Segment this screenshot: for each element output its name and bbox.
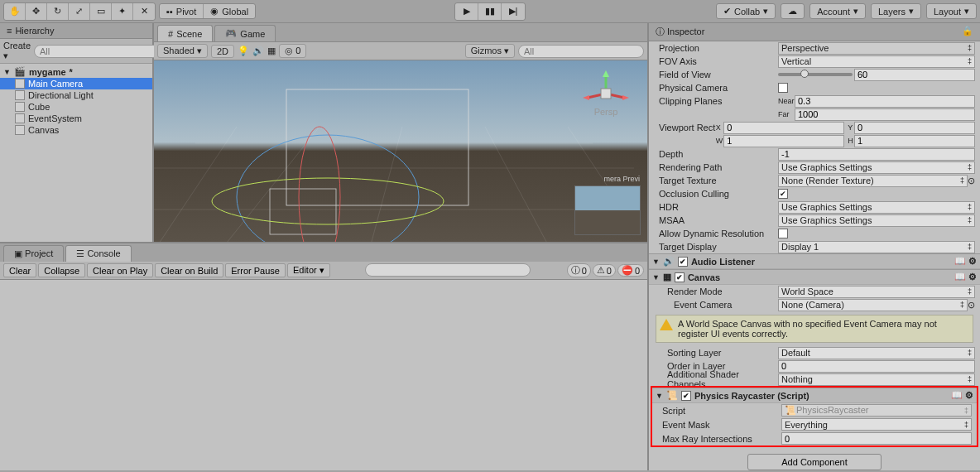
msaa-label: MSAA (654, 215, 778, 225)
target-tex-field[interactable]: None (Render Texture) (778, 175, 968, 187)
clear-build-button[interactable]: Clear on Build (155, 263, 223, 277)
depth-input[interactable] (778, 148, 975, 161)
hdr-dropdown[interactable]: Use Graphics Settings (778, 201, 975, 214)
info-count[interactable]: ⓘ0 (567, 263, 591, 277)
rendering-dropdown[interactable]: Use Graphics Settings (778, 161, 975, 174)
rendering-label: Rendering Path (654, 162, 778, 172)
move-tool[interactable]: ✥ (26, 3, 47, 20)
scene-tab[interactable]: # Scene (157, 25, 213, 41)
near-input[interactable] (795, 95, 975, 108)
hand-tool[interactable]: ✋ (4, 3, 26, 20)
render-mode-dropdown[interactable]: World Space (778, 286, 975, 298)
occlusion-checkbox[interactable]: ✔ (778, 189, 788, 199)
scene-root[interactable]: ▼🎬 mygame* (0, 65, 152, 78)
viewport-label: Viewport Rect (654, 123, 716, 132)
game-tab[interactable]: 🎮 Game (214, 25, 276, 41)
h-input[interactable] (854, 135, 975, 147)
editor-dropdown[interactable]: Editor ▾ (287, 263, 330, 277)
phys-cam-label: Physical Camera (654, 83, 778, 93)
main-toolbar: ✋ ✥ ↻ ⤢ ▭ ✦ ✕ ▪▪ Pivot ◉ Global ▶ ▮▮ ▶| … (0, 0, 980, 23)
svg-line-14 (485, 127, 551, 242)
shader-ch-dropdown[interactable]: Nothing (778, 373, 975, 386)
max-ray-input[interactable] (781, 432, 972, 445)
light-icon[interactable]: 💡 (238, 46, 249, 56)
fov-axis-dropdown[interactable]: Vertical (778, 55, 975, 68)
svg-point-18 (237, 135, 419, 242)
hierarchy-search[interactable] (34, 45, 160, 58)
fov-input[interactable] (854, 69, 975, 81)
far-input[interactable] (795, 108, 975, 121)
hierarchy-item[interactable]: Canvas (0, 124, 152, 136)
phys-cam-checkbox[interactable] (778, 83, 788, 93)
mode-2d[interactable]: 2D (211, 45, 234, 58)
target-disp-dropdown[interactable]: Display 1 (778, 241, 975, 253)
x-input[interactable] (723, 122, 844, 134)
target-tex-label: Target Texture (654, 176, 778, 185)
fx-dropdown[interactable]: ◎ 0 (279, 44, 306, 58)
layout-dropdown[interactable]: Layout ▾ (926, 3, 977, 19)
clear-button[interactable]: Clear (3, 263, 36, 277)
play-button[interactable]: ▶ (455, 3, 478, 20)
hierarchy-tab[interactable]: ≡ Hierarchy (0, 23, 152, 39)
console-search[interactable] (365, 263, 531, 277)
inspector-tab[interactable]: ⓘ Inspector (656, 26, 704, 38)
picker-icon[interactable]: ⊙ (968, 300, 975, 311)
hierarchy-item[interactable]: Cube (0, 101, 152, 113)
clear-play-button[interactable]: Clear on Play (87, 263, 153, 277)
audio-listener-header[interactable]: ▼🔊✔Audio Listener📖 ⚙ (649, 253, 980, 269)
rect-tool[interactable]: ▭ (90, 3, 112, 20)
create-dropdown[interactable]: Create ▾ (3, 41, 31, 61)
gizmos-dropdown[interactable]: Gizmos ▾ (465, 44, 515, 58)
account-dropdown[interactable]: Account ▾ (809, 3, 866, 19)
y-input[interactable] (854, 122, 975, 134)
hierarchy-panel: ≡ Hierarchy Create ▾ ▼🎬 mygame* Main Cam… (0, 23, 154, 242)
sorting-dropdown[interactable]: Default (778, 347, 975, 359)
fov-slider[interactable] (778, 73, 853, 76)
projection-dropdown[interactable]: Perspective (778, 42, 975, 55)
dyn-res-checkbox[interactable] (778, 229, 788, 238)
transform-tool[interactable]: ✦ (112, 3, 133, 20)
shading-dropdown[interactable]: Shaded ▾ (157, 44, 208, 58)
error-pause-button[interactable]: Error Pause (225, 263, 286, 277)
scene-search[interactable] (518, 45, 644, 58)
w-input[interactable] (723, 135, 844, 147)
console-tab[interactable]: ☰ Console (65, 245, 131, 262)
custom-tool[interactable]: ✕ (133, 3, 155, 20)
collapse-button[interactable]: Collapse (38, 263, 85, 277)
picker-icon[interactable]: ⊙ (968, 176, 975, 186)
add-component-button[interactable]: Add Component (747, 454, 882, 470)
clipping-label: Clipping Planes (654, 96, 778, 106)
canvas-header[interactable]: ▼▦✔Canvas📖 ⚙ (649, 269, 980, 285)
event-cam-field[interactable]: None (Camera) (778, 299, 968, 311)
fx-icon[interactable]: ▦ (267, 46, 276, 56)
event-mask-dropdown[interactable]: Everything (781, 418, 972, 431)
projection-label: Projection (654, 43, 778, 53)
error-count[interactable]: ⛔0 (617, 264, 644, 277)
rotate-tool[interactable]: ↻ (47, 3, 69, 20)
warning-box: A World Space Canvas with no specified E… (656, 315, 973, 343)
project-tab[interactable]: ▣ Project (3, 245, 64, 262)
play-controls: ▶ ▮▮ ▶| (454, 2, 526, 21)
cloud-button[interactable]: ☁ (781, 3, 805, 19)
pivot-button[interactable]: ▪▪ Pivot (160, 4, 204, 18)
scene-viewport[interactable]: Persp mera Pr (154, 60, 647, 242)
pause-button[interactable]: ▮▮ (478, 3, 502, 20)
layers-dropdown[interactable]: Layers ▾ (871, 3, 921, 19)
hierarchy-item[interactable]: Main Camera (0, 78, 152, 89)
collab-dropdown[interactable]: ✔ Collab ▾ (716, 3, 776, 19)
scale-tool[interactable]: ⤢ (69, 3, 90, 20)
order-input[interactable] (778, 360, 975, 373)
event-cam-label: Event Camera (654, 300, 778, 310)
right-toolbar: ✔ Collab ▾ ☁ Account ▾ Layers ▾ Layout ▾ (716, 3, 977, 19)
physics-raycaster-header[interactable]: ▼📜✔Physics Raycaster (Script)📖 ⚙ (652, 388, 977, 403)
msaa-dropdown[interactable]: Use Graphics Settings (778, 214, 975, 227)
hierarchy-item[interactable]: Directional Light (0, 89, 152, 101)
step-button[interactable]: ▶| (502, 3, 525, 20)
depth-label: Depth (654, 149, 778, 159)
global-button[interactable]: ◉ Global (204, 4, 255, 18)
highlighted-component: ▼📜✔Physics Raycaster (Script)📖 ⚙ Script📜… (651, 386, 978, 447)
warn-count[interactable]: ⚠0 (593, 264, 616, 277)
hierarchy-item[interactable]: EventSystem (0, 113, 152, 124)
audio-icon[interactable]: 🔊 (252, 46, 264, 56)
lock-icon[interactable]: 🔒 (962, 26, 973, 38)
